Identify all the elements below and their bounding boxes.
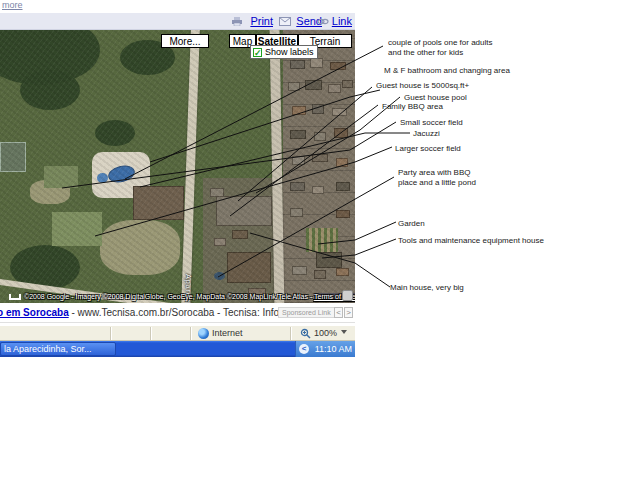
sponsored-ad-link[interactable]: o em Sorocaba bbox=[0, 307, 69, 318]
statusbar-separator bbox=[290, 327, 291, 340]
statusbar-separator bbox=[150, 327, 151, 340]
internet-zone-globe-icon bbox=[198, 328, 209, 339]
annotation-label: Larger soccer field bbox=[395, 144, 461, 154]
internet-zone-label: Internet bbox=[212, 328, 243, 338]
annotation-label: couple of pools one for adults and the o… bbox=[388, 38, 493, 58]
sponsored-prev-button[interactable]: < bbox=[334, 307, 343, 318]
tray-clock: 11:10 AM bbox=[315, 344, 352, 354]
sponsored-link-badge: Sponsored Link bbox=[278, 307, 335, 318]
annotation-label: Guest house is 5000sq.ft+ bbox=[376, 81, 469, 91]
zoom-dropdown-caret[interactable] bbox=[341, 330, 347, 334]
zoom-magnifier-icon bbox=[300, 328, 311, 339]
annotation-label: Jacuzzi bbox=[413, 129, 440, 139]
browser-capture: more Print Send Link bbox=[0, 0, 355, 358]
annotation-label: Family BBQ area bbox=[382, 102, 443, 112]
show-labels-checkbox[interactable]: ✓Show labels bbox=[250, 45, 318, 59]
xp-taskbar: la Aparecidinha, Sor... < 11:10 AM bbox=[0, 341, 355, 357]
map-corner-icon[interactable] bbox=[342, 290, 353, 301]
copyright-text: ©2008 Google - Imagery ©2008 DigitalGlob… bbox=[24, 293, 314, 300]
annotation-label: Tools and maintenance equipment house bbox=[398, 236, 544, 246]
ie-status-bar: Internet 100% bbox=[0, 324, 355, 341]
chain-link-icon bbox=[317, 17, 329, 26]
envelope-icon bbox=[279, 17, 291, 26]
statusbar-separator bbox=[110, 327, 111, 340]
satellite-texture bbox=[0, 30, 355, 303]
annotation-label: M & F bathroom and changing area bbox=[384, 66, 510, 76]
sponsored-next-button[interactable]: > bbox=[344, 307, 353, 318]
map-copyright: ©2008 Google - Imagery ©2008 DigitalGlob… bbox=[24, 293, 355, 300]
annotation-label: Garden bbox=[398, 219, 425, 229]
more-link[interactable]: more bbox=[2, 0, 23, 10]
tray-collapse-chevron-icon[interactable]: < bbox=[299, 344, 309, 354]
satellite-map[interactable]: Aparecidinha More...MapSatelliteTerrain … bbox=[0, 30, 355, 303]
annotation-label: Main house, very big bbox=[390, 283, 464, 293]
show-labels-label: Show labels bbox=[265, 47, 314, 57]
scale-bar bbox=[9, 294, 21, 300]
taskbar-window-button[interactable]: la Aparecidinha, Sor... bbox=[0, 342, 116, 356]
annotation-label: Small soccer field bbox=[400, 118, 463, 128]
map-actions-bar: Print Send Link bbox=[0, 13, 355, 30]
print-link[interactable]: Print bbox=[250, 15, 273, 27]
zoom-level-label[interactable]: 100% bbox=[314, 328, 337, 338]
top-strip: more bbox=[0, 0, 355, 13]
map-button-more[interactable]: More... bbox=[161, 34, 209, 48]
printer-icon bbox=[231, 17, 243, 26]
system-tray: < 11:10 AM bbox=[295, 341, 355, 357]
sponsored-link-bar: o em Sorocaba - www.Tecnisa.com.br/Soroc… bbox=[0, 305, 355, 323]
annotation-label: Party area with BBQ place and a little p… bbox=[398, 168, 476, 188]
link-link[interactable]: Link bbox=[332, 15, 352, 27]
statusbar-separator bbox=[190, 327, 191, 340]
checkbox-check-icon: ✓ bbox=[253, 48, 262, 57]
screenshot-canvas: more Print Send Link bbox=[0, 0, 640, 480]
